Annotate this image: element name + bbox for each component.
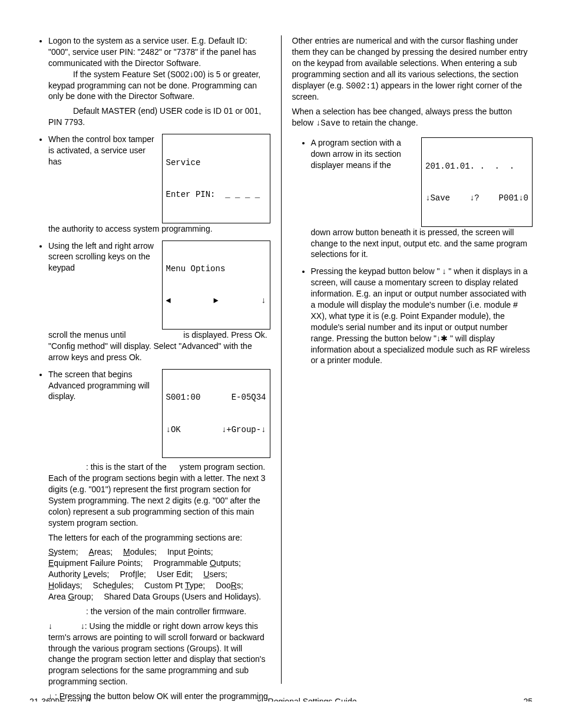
page-footer: 21-3609E rev1.0 xL Regional Settings Gui… <box>24 696 538 701</box>
programming-section-item: Users; <box>203 569 227 580</box>
footer-center: xL Regional Settings Guide <box>257 696 356 701</box>
text: Using the left and right arrow screen sc… <box>48 241 154 273</box>
text: If the system Feature Set (S002↓00) is 5… <box>48 69 270 103</box>
text-block: Other entries are numerical and with the… <box>292 35 533 103</box>
right-arrow-icon: ► <box>213 295 218 306</box>
programming-section-item: Shared Data Groups (Users and Holidays). <box>104 591 261 602</box>
lcd-menu-options: Menu Options ◄ ► ↓ <box>162 241 270 330</box>
programming-section-item: Equipment Failure Points; <box>48 558 143 569</box>
lcd-ok: ↓OK <box>166 424 181 435</box>
lcd-advanced: S001:00 E-05Q34 ↓OK ↓+Group-↓ <box>162 369 270 459</box>
programming-section-item: Modules; <box>123 546 157 558</box>
code-inline: ↓Save <box>316 118 340 128</box>
text: When the control box tamper is activated… <box>48 134 154 166</box>
lcd-pointer: P001↓0 <box>499 193 528 203</box>
text: The screen that begins Advanced programm… <box>48 370 150 401</box>
programming-section-item: System; <box>48 546 78 558</box>
bullet-menu-scroll: Menu Options ◄ ► ↓ Using the left and ri… <box>48 241 270 363</box>
text: : the version of the main controller fir… <box>86 607 246 616</box>
programming-sections-list: System;Areas;Modules;Input Points;Equipm… <box>48 546 270 602</box>
lcd-group: ↓+Group-↓ <box>222 424 266 435</box>
text: Logon to the system as a service user. E… <box>48 36 256 68</box>
programming-section-item: Custom Pt Type; <box>144 580 205 591</box>
lcd-service-pin: Service Enter PIN: _ _ _ _ <box>162 134 270 223</box>
text: to retain the change. <box>340 118 418 127</box>
code-inline: S002:1 <box>346 81 375 91</box>
footer-right: 25 <box>523 696 533 701</box>
left-bullet-list: Logon to the system as a service user. E… <box>29 35 270 701</box>
bullet-advanced-screen: S001:00 E-05Q34 ↓OK ↓+Group-↓ The screen… <box>48 369 270 701</box>
text: ystem program section. Each of the progr… <box>48 462 266 527</box>
text: ↓: Using the middle or right down arrow … <box>48 621 265 686</box>
text: Pressing the keypad button below " ↓ " w… <box>311 266 530 365</box>
programming-section-item: ProfIle; <box>120 569 146 580</box>
programming-section-item: Area Group; <box>48 591 93 602</box>
text-block: When a selection has bee changed, always… <box>292 106 533 129</box>
text: : this is the start of the <box>86 462 167 472</box>
bullet-tamper: Service Enter PIN: _ _ _ _ When the cont… <box>48 134 270 234</box>
lcd-program-section: 201.01.01. . . . ↓Save ↓? P001↓0 <box>421 137 533 227</box>
programming-section-item: User Edit; <box>157 569 193 580</box>
lcd-line1: 201.01.01. . . . <box>425 161 528 172</box>
programming-section-item: Input Points; <box>167 546 213 558</box>
text: The letters for each of the programming … <box>48 532 270 543</box>
lcd-firmware: E-05Q34 <box>232 392 266 403</box>
right-bullet-list: 201.01.01. . . . ↓Save ↓? P001↓0 A progr… <box>292 137 533 366</box>
text: Default MASTER (end) USER code is ID 01 … <box>48 106 270 128</box>
bullet-keypad-info: Pressing the keypad button below " ↓ " w… <box>311 266 533 366</box>
text: the authority to access system programmi… <box>48 224 213 233</box>
text: A program section with a down arrow in i… <box>311 138 401 170</box>
programming-section-item: Areas; <box>89 546 113 558</box>
down-arrow-icon: ↓ <box>48 621 52 631</box>
text: scroll the menus until <box>48 330 126 340</box>
bullet-program-section: 201.01.01. . . . ↓Save ↓? P001↓0 A progr… <box>311 137 533 260</box>
programming-section-item: Programmable Outputs; <box>153 558 241 569</box>
programming-section-item: DooRs; <box>216 580 243 591</box>
lcd-line1: Service <box>166 157 266 168</box>
text: down arrow button beneath it is pressed,… <box>311 228 527 259</box>
footer-left: 21-3609E rev1.0 <box>29 696 91 701</box>
down-arrow-icon: ↓ <box>261 295 266 306</box>
lcd-save: ↓Save <box>425 193 450 203</box>
programming-section-item: Holidays; <box>48 580 82 591</box>
programming-section-item: Authority Levels; <box>48 569 110 580</box>
left-column: Logon to the system as a service user. E… <box>24 35 282 684</box>
programming-section-item: Schedules; <box>93 580 134 591</box>
lcd-section: S001:00 <box>166 392 201 403</box>
lcd-line1: Menu Options <box>166 263 266 274</box>
right-column: Other entries are numerical and with the… <box>282 35 539 684</box>
bullet-logon: Logon to the system as a service user. E… <box>48 35 270 128</box>
lcd-line2: Enter PIN: _ _ _ _ <box>166 189 266 200</box>
left-arrow-icon: ◄ <box>166 295 171 306</box>
two-column-layout: Logon to the system as a service user. E… <box>24 35 538 684</box>
page: Logon to the system as a service user. E… <box>24 35 538 684</box>
lcd-help: ↓? <box>470 193 480 203</box>
